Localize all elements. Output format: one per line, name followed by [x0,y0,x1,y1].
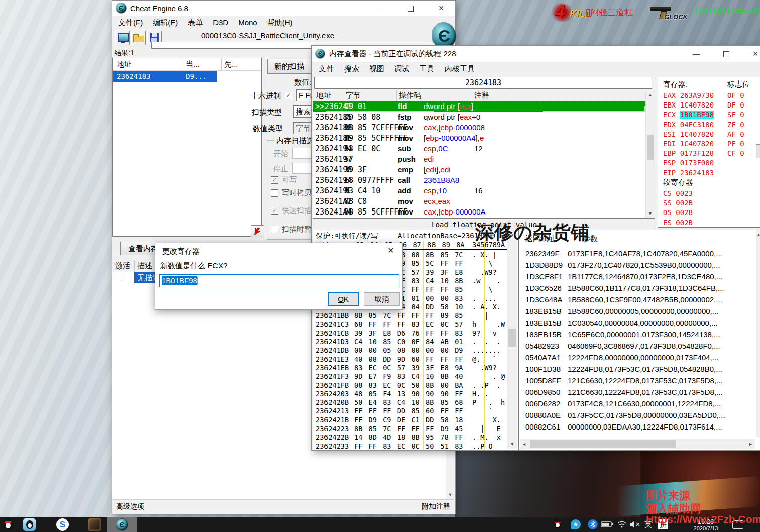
extra-comment-link[interactable]: 附加注释 [422,502,450,511]
hex-checkbox[interactable] [285,92,292,99]
disasm-row[interactable]: >>236241D9 01flddword ptr [ecx] [313,101,645,112]
flag-sf[interactable]: SF 0 [727,111,744,119]
hex-row[interactable]: 236241DB00000508000000D9....... [313,346,506,355]
segment-register-ss[interactable]: SS 002B [663,199,693,207]
results-col-previous[interactable]: 先... [224,60,238,69]
disasm-row[interactable]: 2362419F83 C4 10addesp,1016 [313,186,645,196]
flag-zf[interactable]: ZF 0 [727,121,744,129]
disasm-col-comment[interactable]: 注释 [474,91,489,100]
results-col-current[interactable]: 当... [186,60,200,69]
hex-row[interactable]: 236241E34008DD9D60FFFFFF@. ` [313,355,506,364]
stack-row[interactable]: 1D3C648A1B588C60,1C3F9F00,47482B5B,00000… [519,294,755,306]
stack-row[interactable]: 1D3C65261B588C60,1B1177C8,0173F318,1D3C6… [519,283,755,294]
flag-cf[interactable]: CF 0 [727,149,744,157]
stack-v-scrollbar[interactable]: ▲ [756,230,760,437]
tray-wifi-icon[interactable] [617,520,627,528]
ce-close-button[interactable]: ✕ [428,1,454,16]
disasm-row[interactable]: 2362418E89 85 5CFFFFFFmov[ebp-000000A4],… [313,133,645,144]
stack-row[interactable]: 006D62820173F4C8,121C6630,00000001,12224… [519,398,755,410]
taskbar-app-sogou[interactable]: S [56,518,69,531]
ce-menu-item-2[interactable]: 表单 [183,16,208,30]
stack-row[interactable]: 00880A0E0173F5CC,0173F5D8,00000000,03EA5… [519,410,755,421]
tray-qq-icon[interactable] [554,519,562,529]
select-process-button[interactable] [115,31,130,45]
stack-row[interactable]: 183EB15B1B588C60,00000005,00000000,00000… [519,306,755,317]
active-column-header[interactable]: 激活 [115,261,130,271]
stack-row[interactable]: 100F1D3812224FD8,0173F53C,0173F5D8,05482… [519,364,755,375]
ce-maximize-button[interactable] [398,1,423,16]
stack-row[interactable]: 0540A7A112224FD8,00000000,00000000,0173F… [519,352,755,364]
register-ebp[interactable]: EBP 0173F128 [663,149,714,157]
segment-register-es[interactable]: ES 002B [663,219,693,227]
register-esi[interactable]: ESI 1C407820 [663,130,714,138]
writable-checkbox[interactable] [271,176,278,184]
hex-row[interactable]: 236242238B857CFFFFFFD945 | E [313,424,506,433]
register-edi[interactable]: EDI 1C407820 [663,140,714,148]
ce-titlebar[interactable]: Є Cheat Engine 6.8 — ✕ [112,1,455,16]
copy-on-write-checkbox[interactable] [271,189,278,197]
disasm-row[interactable]: 2362419757pushedi [313,154,645,165]
flag-pf[interactable]: PF 0 [727,140,744,148]
advanced-options-link[interactable]: 高级选项 [116,502,144,511]
stack-row[interactable]: 1D3D88D90173F270,1C407820,1C5539B0,00000… [519,260,755,271]
segment-register-cs[interactable]: CS 0023 [663,189,693,197]
add-address-manually-button[interactable] [251,225,264,238]
dialog-close-button[interactable]: ✕ [379,243,402,258]
fast-scan-checkbox[interactable] [271,207,278,215]
hex-row[interactable]: 23624233FFFF83EC0C505183..P Q [313,442,506,449]
open-table-button[interactable] [131,31,146,45]
mv-maximize-button[interactable] [714,46,739,61]
ce-minimize-button[interactable]: — [368,1,393,16]
stack-row[interactable]: 2362349F0173F1E8,1C40AF78,1C407820,45FA0… [519,248,755,260]
ce-menu-item-0[interactable]: 文件(F) [113,16,148,30]
tray-battery-icon[interactable] [601,521,614,528]
stack-row[interactable]: 05482923046069F0,3C868697,0173F3D8,05482… [519,341,755,352]
hex-row[interactable]: 2362422B148D4D188B9578FF. M. x [313,433,506,442]
stack-row[interactable]: 183EB15B1C030540,00000004,00000000,00000… [519,317,755,329]
disasm-col-opcode[interactable]: 操作码 [399,91,421,100]
disasm-row[interactable]: 236241A28B C8movecx,eax [313,196,645,207]
hex-row[interactable]: 236241C368FFFFFF83EC0C57h .W [313,320,506,329]
mv-menu-item-5[interactable]: 内核工具 [440,62,480,76]
hex-row[interactable]: 23624213FFFFFFDD8560FFFF ` [313,407,506,415]
hex-row[interactable]: 236241F39DE7F983C4108B40 . @ [313,372,506,381]
description-column-header[interactable]: 描述 [137,261,152,271]
disasm-row[interactable]: 236241888B 85 7CFFFFFFmoveax,[ebp-000000… [313,123,645,133]
hexview-scrollbar[interactable]: ▲ ▼ [507,230,517,449]
taskbar-app-penguin2[interactable] [23,518,36,531]
disasm-row[interactable]: 236241A48B 85 5CFFFFFFmoveax,[ebp-000000… [313,207,645,218]
disasm-row[interactable]: 23624185DD 58 08fstpqword ptr [eax+0 [313,112,645,123]
disasm-row[interactable]: 2362419839 3Fcmp[edi],edi [313,165,645,175]
hex-row[interactable]: 2362420B50E483C4108B8568P . h [313,398,506,407]
tray-volume-muted-icon[interactable] [629,520,641,528]
taskbar-app-cheatengine-active[interactable]: Є [107,517,137,532]
mv-titlebar[interactable]: Є 内存查看器 - 当前正在调试的线程 228 — ✕ [312,46,760,62]
hex-row[interactable]: 236242034805F413909090FFH. . [313,390,506,398]
disasm-col-bytes[interactable]: 字节 [346,91,361,100]
cancel-button[interactable]: 取消 [364,292,400,306]
disasm-col-address[interactable]: 地址 [316,91,332,100]
disasm-scrollbar[interactable]: ▲ ▼ [645,90,655,218]
registers-side-button-fragment[interactable] [756,144,760,158]
register-edx[interactable]: EDX 04FC3180 [663,121,714,129]
flag-df[interactable]: DF 0 [727,101,744,109]
register-ebx[interactable]: EBX 1C407820 [663,101,714,109]
flag-af[interactable]: AF 0 [727,130,744,138]
disasm-row[interactable]: 2362419483 EC 0Csubesp,0C12 [313,144,645,154]
stack-row[interactable]: 183EB15B1C65E6C0,00000001,0173F300,14524… [519,329,755,341]
mv-close-button[interactable]: ✕ [743,46,760,61]
mv-menu-item-1[interactable]: 搜索 [339,62,364,76]
hex-row[interactable]: 2362421BFFD9C9DEC1DD5818 X. [313,416,506,424]
hex-row[interactable]: 236241BB8B857CFFFFFF8985 | [313,311,506,320]
hex-row[interactable]: 236241EB83EC0C57393FE89A .W9? [313,364,506,372]
register-eip[interactable]: EIP 23624183 [663,169,714,177]
stack-row[interactable]: 1005D8FF121C6630,12224FD8,0173F53C,0173F… [519,375,755,387]
pause-while-scan-checkbox[interactable] [271,226,278,233]
segment-register-ds[interactable]: DS 002B [663,208,693,217]
stack-row[interactable]: 006D9850121C6630,12224FD8,0173F53C,0173F… [519,387,755,398]
stack-h-scrollbar[interactable]: ◄ ► [520,439,755,449]
stack-row[interactable]: 1D3CE8F11B1177C8,12464870,0173F2E8,1D3CE… [519,271,755,283]
flag-of[interactable]: OF 0 [727,91,744,99]
dialog-titlebar[interactable]: 更改寄存器 ✕ [155,243,402,258]
mv-menu-item-3[interactable]: 调试 [389,62,414,76]
